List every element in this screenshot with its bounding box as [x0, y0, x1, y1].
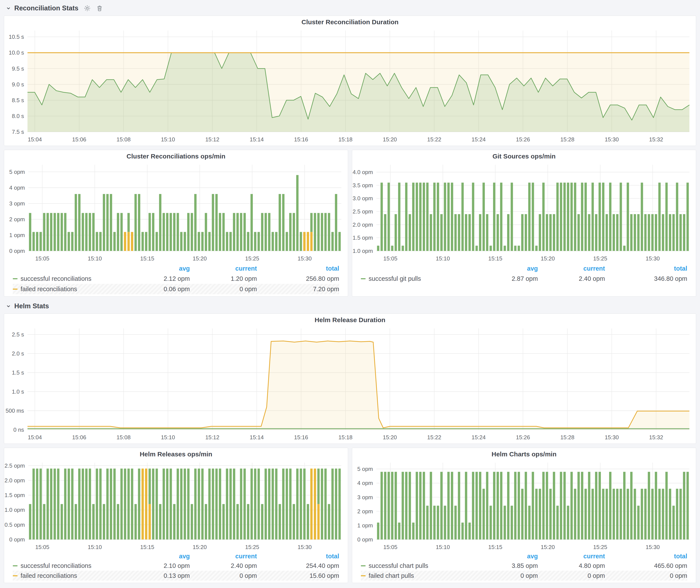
bar-successful-reconciliations[interactable]	[254, 232, 256, 251]
bar-successful-reconciliations[interactable]	[177, 213, 179, 251]
bar-successful-git-pulls[interactable]	[409, 214, 411, 251]
bar-successful-reconciliations[interactable]	[85, 213, 88, 251]
panel-title[interactable]: Helm Charts ops/min	[352, 448, 696, 460]
bar-successful-reconciliations[interactable]	[233, 468, 235, 540]
bar-successful-reconciliations[interactable]	[268, 213, 271, 251]
bar-successful-chart-pulls[interactable]	[606, 489, 608, 540]
bar-successful-git-pulls[interactable]	[577, 214, 580, 251]
bar-successful-reconciliations[interactable]	[32, 232, 35, 251]
bar-successful-git-pulls[interactable]	[673, 214, 675, 251]
bar-successful-git-pulls[interactable]	[465, 214, 467, 251]
bar-successful-chart-pulls[interactable]	[648, 472, 650, 540]
bar-successful-reconciliations[interactable]	[212, 468, 214, 540]
bar-successful-reconciliations[interactable]	[50, 213, 52, 251]
bar-successful-reconciliations[interactable]	[226, 468, 228, 540]
bar-successful-reconciliations[interactable]	[47, 213, 49, 251]
chart-git-sources-opm[interactable]: 4.0 opm3.5 opm3.0 opm2.5 opm2.0 opm1.5 o…	[352, 162, 696, 263]
bar-successful-reconciliations[interactable]	[317, 213, 320, 251]
bar-successful-chart-pulls[interactable]	[570, 472, 573, 540]
bar-successful-reconciliations[interactable]	[85, 468, 88, 540]
bar-successful-reconciliations[interactable]	[324, 468, 327, 540]
bar-successful-chart-pulls[interactable]	[598, 472, 601, 540]
bar-successful-reconciliations[interactable]	[303, 468, 306, 540]
bar-successful-git-pulls[interactable]	[388, 183, 390, 251]
panel-title[interactable]: Cluster Reconciliation Duration	[4, 16, 696, 27]
bar-successful-git-pulls[interactable]	[426, 183, 429, 251]
bar-successful-reconciliations[interactable]	[89, 213, 91, 251]
bar-successful-git-pulls[interactable]	[620, 183, 622, 251]
bar-successful-reconciliations[interactable]	[300, 232, 302, 251]
bar-successful-chart-pulls[interactable]	[451, 472, 453, 540]
bar-successful-git-pulls[interactable]	[687, 183, 689, 251]
bar-successful-reconciliations[interactable]	[331, 468, 334, 540]
bar-successful-chart-pulls[interactable]	[567, 506, 569, 540]
bar-successful-chart-pulls[interactable]	[514, 472, 516, 540]
bar-successful-git-pulls[interactable]	[472, 183, 474, 251]
bar-successful-reconciliations[interactable]	[258, 468, 260, 540]
bar-successful-chart-pulls[interactable]	[563, 472, 566, 540]
bar-successful-reconciliations[interactable]	[124, 468, 126, 540]
bar-successful-chart-pulls[interactable]	[525, 472, 527, 540]
bar-successful-chart-pulls[interactable]	[409, 472, 411, 540]
bar-successful-reconciliations[interactable]	[219, 468, 221, 540]
bar-successful-reconciliations[interactable]	[82, 468, 84, 540]
bar-successful-reconciliations[interactable]	[321, 213, 323, 251]
bar-successful-chart-pulls[interactable]	[468, 523, 471, 540]
bar-successful-chart-pulls[interactable]	[402, 472, 404, 540]
bar-successful-reconciliations[interactable]	[148, 468, 151, 504]
bar-failed-reconciliations[interactable]	[148, 504, 151, 540]
legend-series-label-successful-reconciliations[interactable]: successful reconciliations	[21, 562, 91, 569]
bar-successful-reconciliations[interactable]	[184, 232, 186, 251]
bar-successful-git-pulls[interactable]	[679, 214, 682, 251]
bar-successful-reconciliations[interactable]	[244, 213, 246, 251]
bar-successful-chart-pulls[interactable]	[416, 472, 418, 540]
bar-successful-git-pulls[interactable]	[444, 183, 446, 251]
bar-successful-chart-pulls[interactable]	[391, 472, 394, 540]
bar-successful-chart-pulls[interactable]	[623, 472, 626, 540]
bar-successful-git-pulls[interactable]	[644, 214, 647, 251]
bar-successful-reconciliations[interactable]	[328, 213, 330, 251]
bar-successful-reconciliations[interactable]	[258, 232, 260, 251]
bar-successful-reconciliations[interactable]	[339, 468, 341, 540]
bar-successful-git-pulls[interactable]	[556, 183, 559, 251]
bar-successful-reconciliations[interactable]	[145, 232, 147, 251]
bar-successful-reconciliations[interactable]	[110, 468, 112, 540]
bar-successful-reconciliations[interactable]	[279, 504, 281, 540]
bar-successful-reconciliations[interactable]	[36, 468, 38, 540]
bar-successful-git-pulls[interactable]	[613, 214, 615, 251]
bar-failed-reconciliations[interactable]	[314, 468, 316, 540]
bar-successful-chart-pulls[interactable]	[384, 472, 386, 540]
bar-successful-reconciliations[interactable]	[40, 468, 42, 540]
chevron-down-icon[interactable]	[6, 5, 11, 11]
bar-successful-git-pulls[interactable]	[521, 214, 524, 251]
bar-successful-reconciliations[interactable]	[166, 213, 168, 251]
bar-successful-chart-pulls[interactable]	[627, 489, 629, 540]
bar-successful-git-pulls[interactable]	[634, 214, 636, 251]
chart-helm-releases-opm[interactable]: 2.5 opm2.0 opm1.5 opm1.0 opm0.5 opm0 opm…	[4, 460, 348, 552]
bar-successful-chart-pulls[interactable]	[634, 489, 636, 540]
bar-successful-git-pulls[interactable]	[609, 183, 611, 251]
bar-successful-reconciliations[interactable]	[222, 504, 225, 540]
bar-successful-reconciliations[interactable]	[219, 213, 221, 251]
bar-successful-git-pulls[interactable]	[560, 183, 562, 251]
bar-successful-reconciliations[interactable]	[208, 468, 211, 540]
bar-successful-git-pulls[interactable]	[655, 214, 657, 251]
bar-successful-chart-pulls[interactable]	[637, 506, 640, 540]
panel-title[interactable]: Helm Releases ops/min	[4, 448, 348, 460]
bar-successful-git-pulls[interactable]	[514, 246, 516, 251]
bar-successful-chart-pulls[interactable]	[679, 489, 682, 540]
bar-successful-chart-pulls[interactable]	[542, 472, 545, 540]
bar-successful-reconciliations[interactable]	[173, 213, 176, 251]
bar-successful-chart-pulls[interactable]	[588, 472, 590, 540]
bar-successful-reconciliations[interactable]	[29, 213, 31, 251]
bar-successful-chart-pulls[interactable]	[504, 506, 506, 540]
bar-successful-reconciliations[interactable]	[187, 468, 190, 540]
bar-successful-git-pulls[interactable]	[482, 183, 485, 251]
bar-successful-reconciliations[interactable]	[163, 213, 165, 251]
bar-successful-reconciliations[interactable]	[268, 468, 271, 540]
bar-successful-chart-pulls[interactable]	[532, 472, 534, 540]
bar-successful-reconciliations[interactable]	[170, 213, 172, 251]
bar-successful-reconciliations[interactable]	[272, 468, 274, 540]
bar-successful-chart-pulls[interactable]	[500, 472, 502, 540]
bar-successful-git-pulls[interactable]	[433, 183, 436, 251]
